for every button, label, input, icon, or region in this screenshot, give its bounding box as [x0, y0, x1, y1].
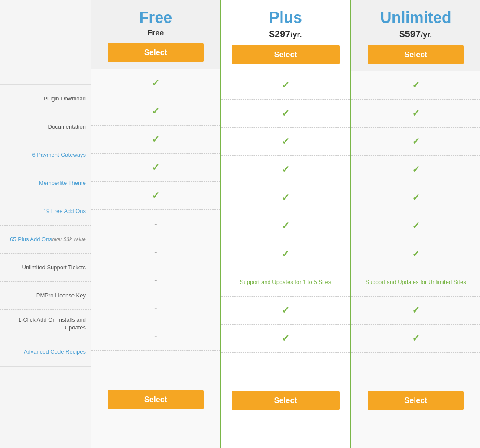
feature-label-8: 1-Click Add On Installs and Updates — [5, 316, 86, 332]
feature-row-4: 19 Free Add Ons — [0, 197, 91, 226]
feature-row-8: 1-Click Add On Installs and Updates — [0, 310, 91, 338]
check-icon-plus-6: ✓ — [282, 248, 289, 260]
plan-header-free: FreeFreeSelect — [91, 0, 220, 69]
plan-footer-plus: Select — [221, 353, 350, 448]
feature-row-9: Advanced Code Recipes — [0, 338, 91, 366]
plan-price-free: Free — [96, 29, 216, 38]
check-icon-unlimited-6: ✓ — [412, 248, 420, 260]
plan-cell-plus-6: ✓ — [221, 240, 350, 268]
plan-cell-unlimited-1: ✓ — [351, 100, 480, 128]
check-icon-free-1: ✓ — [152, 106, 159, 117]
check-icon-unlimited-8: ✓ — [412, 305, 420, 316]
feature-label-1: Documentation — [48, 123, 86, 131]
plan-cell-plus-4: ✓ — [221, 184, 350, 212]
plan-cell-unlimited-4: ✓ — [351, 184, 480, 212]
plan-name-unlimited: Unlimited — [356, 9, 476, 27]
plan-name-plus: Plus — [226, 9, 346, 27]
plan-header-unlimited: Unlimited$597/yr.Select — [351, 0, 480, 71]
check-icon-plus-0: ✓ — [282, 80, 289, 91]
check-icon-unlimited-3: ✓ — [412, 164, 420, 175]
plan-cell-unlimited-2: ✓ — [351, 128, 480, 156]
plan-cell-plus-9: ✓ — [221, 325, 350, 353]
plan-price-plus: $297/yr. — [226, 29, 346, 40]
check-icon-plus-5: ✓ — [282, 220, 289, 232]
plan-footer-free: Select — [91, 351, 220, 448]
check-icon-plus-9: ✓ — [282, 333, 289, 344]
check-icon-plus-4: ✓ — [282, 192, 289, 203]
plan-cell-free-4: ✓ — [91, 182, 220, 210]
plan-cell-unlimited-9: ✓ — [351, 325, 480, 353]
plan-cell-free-7: - — [91, 266, 220, 294]
plan-cell-plus-5: ✓ — [221, 212, 350, 240]
select-btn-bottom-unlimited[interactable]: Select — [368, 391, 464, 410]
feature-row-5: 65 Plus Add Onsover $3k value — [0, 226, 91, 254]
feature-row-3: Memberlite Theme — [0, 169, 91, 197]
check-icon-unlimited-1: ✓ — [412, 108, 420, 119]
plan-cell-free-2: ✓ — [91, 126, 220, 154]
plan-cell-free-5: - — [91, 210, 220, 238]
feature-row-2: 6 Payment Gateways — [0, 141, 91, 169]
plan-col-free: FreeFreeSelect✓✓✓✓✓-----Select — [91, 0, 220, 448]
plan-cell-plus-1: ✓ — [221, 100, 350, 128]
feature-row-1: Documentation — [0, 113, 91, 141]
check-icon-unlimited-0: ✓ — [412, 80, 420, 91]
check-icon-unlimited-9: ✓ — [412, 333, 420, 344]
feature-link-3[interactable]: Memberlite Theme — [39, 179, 86, 187]
features-header-spacer — [0, 0, 91, 85]
feature-row-0: Plugin Download — [0, 85, 91, 113]
dash-icon-free-7: - — [154, 275, 157, 285]
feature-row-7: PMPro License Key — [0, 282, 91, 310]
pricing-table: Plugin DownloadDocumentation6 Payment Ga… — [0, 0, 480, 448]
features-column: Plugin DownloadDocumentation6 Payment Ga… — [0, 0, 91, 448]
support-text-plus-7: Support and Updates for 1 to 5 Sites — [240, 278, 331, 286]
check-icon-unlimited-4: ✓ — [412, 192, 420, 203]
dash-icon-free-9: - — [154, 332, 157, 342]
plan-cell-plus-3: ✓ — [221, 156, 350, 184]
plan-footer-unlimited: Select — [351, 353, 480, 448]
select-btn-top-free[interactable]: Select — [108, 43, 204, 62]
check-icon-free-4: ✓ — [152, 190, 159, 201]
plan-name-free: Free — [96, 9, 216, 27]
feature-link-2[interactable]: 6 Payment Gateways — [32, 151, 86, 159]
feature-link-5[interactable]: 65 Plus Add Ons — [10, 235, 52, 243]
select-btn-bottom-plus[interactable]: Select — [232, 391, 340, 410]
select-btn-top-plus[interactable]: Select — [232, 45, 340, 64]
feature-label-6: Unlimited Support Tickets — [22, 264, 86, 271]
support-text-unlimited-7: Support and Updates for Unlimited Sites — [366, 278, 466, 286]
feature-sub-5: over $3k value — [52, 236, 86, 243]
plan-cell-free-1: ✓ — [91, 97, 220, 126]
plan-cell-free-0: ✓ — [91, 69, 220, 97]
check-icon-free-3: ✓ — [152, 162, 159, 173]
plan-cell-free-3: ✓ — [91, 154, 220, 182]
plan-cell-unlimited-0: ✓ — [351, 71, 480, 100]
plan-col-plus: Plus$297/yr.Select✓✓✓✓✓✓✓Support and Upd… — [220, 0, 351, 448]
plan-cell-unlimited-8: ✓ — [351, 297, 480, 325]
plan-cell-free-6: - — [91, 238, 220, 266]
check-icon-plus-8: ✓ — [282, 305, 289, 316]
features-bottom-spacer — [0, 366, 91, 448]
plan-cell-plus-2: ✓ — [221, 128, 350, 156]
dash-icon-free-6: - — [154, 247, 157, 257]
feature-link-4[interactable]: 19 Free Add Ons — [43, 207, 86, 215]
check-icon-unlimited-5: ✓ — [412, 220, 420, 232]
check-icon-free-2: ✓ — [152, 134, 159, 145]
plan-header-plus: Plus$297/yr.Select — [221, 0, 350, 71]
check-icon-unlimited-2: ✓ — [412, 136, 420, 147]
plan-cell-unlimited-3: ✓ — [351, 156, 480, 184]
plan-cell-free-9: - — [91, 322, 220, 351]
check-icon-plus-3: ✓ — [282, 164, 289, 175]
plan-cell-plus-0: ✓ — [221, 71, 350, 100]
feature-label-7: PMPro License Key — [36, 292, 86, 300]
plan-cell-unlimited-7: Support and Updates for Unlimited Sites — [351, 268, 480, 297]
plan-cell-unlimited-5: ✓ — [351, 212, 480, 240]
plan-col-unlimited: Unlimited$597/yr.Select✓✓✓✓✓✓✓Support an… — [351, 0, 480, 448]
feature-link-9[interactable]: Advanced Code Recipes — [24, 348, 86, 356]
plan-cell-unlimited-6: ✓ — [351, 240, 480, 268]
plan-cell-plus-7: Support and Updates for 1 to 5 Sites — [221, 268, 350, 297]
select-btn-bottom-free[interactable]: Select — [108, 390, 204, 409]
check-icon-plus-2: ✓ — [282, 136, 289, 147]
plan-cell-plus-8: ✓ — [221, 297, 350, 325]
check-icon-plus-1: ✓ — [282, 108, 289, 119]
check-icon-free-0: ✓ — [152, 77, 159, 89]
select-btn-top-unlimited[interactable]: Select — [368, 45, 464, 64]
